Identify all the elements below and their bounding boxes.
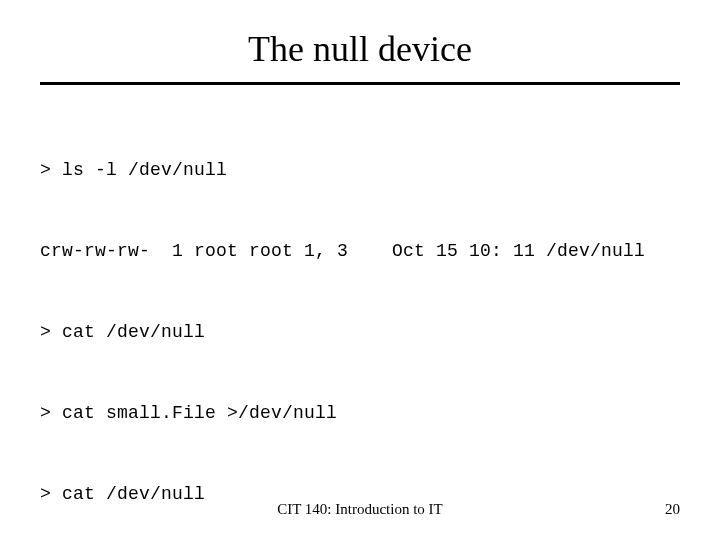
- terminal-line: crw-rw-rw- 1 root root 1, 3 Oct 15 10: 1…: [40, 238, 680, 265]
- terminal-line: > ls -l /dev/null: [40, 157, 680, 184]
- footer-page-number: 20: [640, 501, 680, 518]
- terminal-output-block: > ls -l /dev/null crw-rw-rw- 1 root root…: [40, 103, 680, 540]
- terminal-line: > cat small.File >/dev/null: [40, 400, 680, 427]
- footer-course: CIT 140: Introduction to IT: [80, 501, 640, 518]
- slide-title: The null device: [40, 20, 680, 82]
- terminal-line: > cat /dev/null: [40, 319, 680, 346]
- slide: The null device > ls -l /dev/null crw-rw…: [0, 0, 720, 540]
- slide-footer: CIT 140: Introduction to IT 20: [0, 501, 720, 518]
- title-underline: [40, 82, 680, 85]
